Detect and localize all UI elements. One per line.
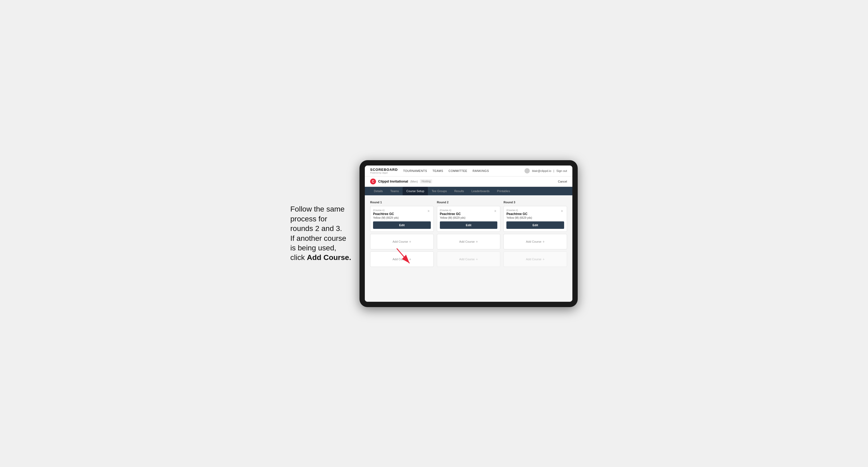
tab-teams[interactable]: Teams bbox=[386, 187, 403, 195]
tab-results[interactable]: Results bbox=[451, 187, 468, 195]
hosting-badge: Hosting bbox=[420, 179, 432, 183]
round-2-course-label: (Course A) bbox=[440, 209, 465, 212]
round-2-course-name: Peachtree GC bbox=[440, 212, 465, 216]
logo-sub: Powered by clippd bbox=[370, 172, 398, 174]
top-nav-left: SCOREBOARD Powered by clippd TOURNAMENTS… bbox=[370, 168, 489, 174]
round-3-add-course-1-label: Add Course bbox=[526, 240, 541, 243]
cancel-button[interactable]: Cancel bbox=[558, 180, 567, 183]
round-1-course-card: (Course A) Peachtree GC Yellow (M) (6629… bbox=[370, 206, 434, 232]
round-2-add-course-2-label: Add Course bbox=[459, 257, 475, 261]
scoreboard-logo: SCOREBOARD Powered by clippd bbox=[370, 168, 398, 174]
round-3-course-name: Peachtree GC bbox=[506, 212, 532, 216]
round-1-add-plus-1-icon: + bbox=[409, 240, 411, 244]
round-2-edit-button[interactable]: Edit bbox=[440, 221, 498, 229]
round-2-label: Round 2 bbox=[437, 200, 500, 204]
tab-details[interactable]: Details bbox=[370, 187, 386, 195]
main-content: Round 1 (Course A) Peachtree GC Yellow (… bbox=[365, 195, 572, 302]
tab-printables[interactable]: Printables bbox=[493, 187, 514, 195]
round-1-delete-button[interactable]: × bbox=[426, 209, 431, 213]
round-2-delete-button[interactable]: × bbox=[493, 209, 497, 213]
round-2-add-course-1-label: Add Course bbox=[459, 240, 475, 243]
sub-header: C Clippd Invitational (Men) Hosting Canc… bbox=[365, 177, 572, 187]
tournament-name: Clippd Invitational bbox=[378, 179, 408, 183]
clippd-icon: C bbox=[370, 179, 376, 184]
top-nav-right: blair@clippd.io | Sign out bbox=[524, 168, 567, 174]
tablet-device: SCOREBOARD Powered by clippd TOURNAMENTS… bbox=[360, 160, 578, 307]
round-2-course-card: (Course A) Peachtree GC Yellow (M) (6629… bbox=[437, 206, 500, 232]
page-wrapper: Follow the same process for rounds 2 and… bbox=[248, 160, 620, 307]
round-1-column: Round 1 (Course A) Peachtree GC Yellow (… bbox=[370, 200, 434, 269]
tournament-gender: (Men) bbox=[410, 180, 418, 183]
round-1-course-label: (Course A) bbox=[373, 209, 399, 212]
round-3-course-label: (Course A) bbox=[506, 209, 532, 212]
annotation-bold: Add Course. bbox=[307, 253, 351, 261]
round-3-add-plus-1-icon: + bbox=[542, 240, 545, 244]
round-1-course-details: Yellow (M) (6629 yds) bbox=[373, 216, 399, 219]
nav-teams[interactable]: TEAMS bbox=[432, 169, 443, 173]
round-3-add-course-2-label: Add Course bbox=[526, 257, 541, 261]
round-2-course-details: Yellow (M) (6629 yds) bbox=[440, 216, 465, 219]
round-1-add-course-1[interactable]: Add Course + bbox=[370, 234, 434, 249]
nav-tournaments[interactable]: TOURNAMENTS bbox=[403, 169, 427, 173]
top-nav: SCOREBOARD Powered by clippd TOURNAMENTS… bbox=[365, 165, 572, 177]
round-2-add-course-2: Add Course + bbox=[437, 251, 500, 267]
round-3-edit-button[interactable]: Edit bbox=[506, 221, 564, 229]
round-2-add-course-1[interactable]: Add Course + bbox=[437, 234, 500, 249]
tab-course-setup[interactable]: Course Setup bbox=[403, 187, 428, 195]
round-1-add-course-1-label: Add Course bbox=[393, 240, 408, 243]
round-3-course-card: (Course A) Peachtree GC Yellow (M) (6629… bbox=[503, 206, 567, 232]
round-1-course-name: Peachtree GC bbox=[373, 212, 399, 216]
round-3-add-plus-2-icon: + bbox=[542, 257, 545, 261]
annotation-text: Follow the same process for rounds 2 and… bbox=[290, 205, 360, 262]
round-1-edit-button[interactable]: Edit bbox=[373, 221, 431, 229]
rounds-container: Round 1 (Course A) Peachtree GC Yellow (… bbox=[370, 200, 567, 269]
round-3-label: Round 3 bbox=[503, 200, 567, 204]
round-2-column: Round 2 (Course A) Peachtree GC Yellow (… bbox=[437, 200, 500, 269]
top-nav-links: TOURNAMENTS TEAMS COMMITTEE RANKINGS bbox=[403, 169, 489, 173]
tab-bar: Details Teams Course Setup Tee Groups Re… bbox=[365, 187, 572, 195]
sub-header-left: C Clippd Invitational (Men) Hosting bbox=[370, 179, 432, 184]
user-email: blair@clippd.io bbox=[532, 169, 551, 173]
round-1-card-header: (Course A) Peachtree GC Yellow (M) (6629… bbox=[373, 209, 431, 219]
user-avatar bbox=[524, 168, 530, 174]
round-2-add-plus-1-icon: + bbox=[476, 240, 478, 244]
nav-rankings[interactable]: RANKINGS bbox=[473, 169, 489, 173]
round-1-add-course-2-label: Add Course bbox=[393, 257, 408, 261]
tab-tee-groups[interactable]: Tee Groups bbox=[428, 187, 451, 195]
round-1-add-plus-2-icon: + bbox=[409, 257, 411, 261]
nav-separator: | bbox=[554, 169, 554, 173]
tablet-screen: SCOREBOARD Powered by clippd TOURNAMENTS… bbox=[365, 165, 572, 302]
round-1-add-course-2[interactable]: Add Course + bbox=[370, 251, 434, 267]
round-3-delete-button[interactable]: × bbox=[560, 209, 564, 213]
round-2-card-header: (Course A) Peachtree GC Yellow (M) (6629… bbox=[440, 209, 498, 219]
tab-leaderboards[interactable]: Leaderboards bbox=[468, 187, 493, 195]
nav-committee[interactable]: COMMITTEE bbox=[448, 169, 468, 173]
round-3-column: Round 3 (Course A) Peachtree GC Yellow (… bbox=[503, 200, 567, 269]
round-2-add-plus-2-icon: + bbox=[476, 257, 478, 261]
round-3-add-course-2: Add Course + bbox=[503, 251, 567, 267]
logo-main: SCOREBOARD bbox=[370, 168, 398, 172]
round-3-course-details: Yellow (M) (6629 yds) bbox=[506, 216, 532, 219]
round-3-card-header: (Course A) Peachtree GC Yellow (M) (6629… bbox=[506, 209, 564, 219]
round-1-label: Round 1 bbox=[370, 200, 434, 204]
round-3-add-course-1[interactable]: Add Course + bbox=[503, 234, 567, 249]
sign-out-link[interactable]: Sign out bbox=[556, 169, 567, 173]
